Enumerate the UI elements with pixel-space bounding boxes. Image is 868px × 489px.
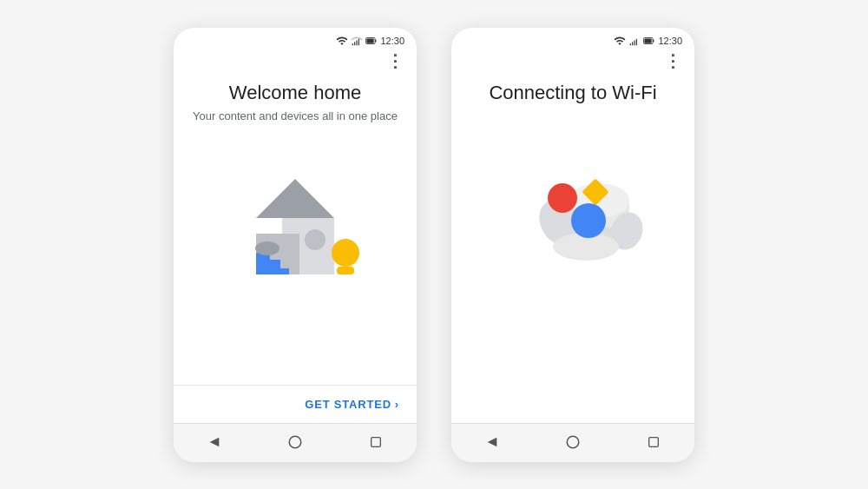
home-nav-icon[interactable] [286, 433, 305, 452]
battery-status-icon [365, 35, 378, 47]
nav-bar-1 [174, 423, 417, 462]
svg-rect-1 [355, 42, 356, 45]
svg-point-38 [567, 436, 579, 448]
status-bar-1: 12:30 [174, 28, 417, 50]
wifi-status-icon-2 [614, 35, 626, 47]
get-started-button[interactable]: GET STARTED › [305, 398, 399, 411]
svg-point-18 [289, 436, 301, 448]
svg-point-34 [548, 183, 577, 213]
phone-2: 12:30 ⋮ Connecting to Wi-Fi [451, 28, 694, 462]
signal-status-icon-2 [628, 35, 641, 47]
phone-1: 12:30 ⋮ Welcome home Your content and de… [174, 28, 417, 462]
svg-point-14 [255, 241, 279, 255]
home-illustration [208, 140, 382, 305]
wifi-svg [486, 109, 660, 274]
svg-marker-7 [256, 179, 334, 218]
svg-marker-17 [209, 437, 219, 446]
phone1-title: Welcome home [229, 82, 361, 104]
status-icons-2: 12:30 [614, 35, 682, 47]
svg-rect-5 [376, 39, 377, 41]
svg-rect-26 [645, 38, 652, 43]
phone1-subtitle: Your content and devices all in one plac… [193, 109, 398, 122]
menu-button-2[interactable]: ⋮ [451, 50, 694, 73]
svg-rect-21 [633, 42, 634, 45]
back-nav-icon[interactable] [205, 433, 224, 452]
svg-point-10 [305, 229, 326, 250]
svg-rect-39 [649, 437, 659, 446]
svg-rect-6 [367, 38, 374, 43]
svg-rect-3 [358, 38, 359, 45]
phone2-title: Connecting to Wi-Fi [489, 82, 656, 104]
svg-rect-22 [635, 40, 635, 45]
svg-rect-0 [352, 43, 353, 44]
svg-rect-23 [636, 38, 637, 45]
recents-nav-icon-2[interactable] [644, 433, 663, 452]
status-bar-2: 12:30 [451, 28, 694, 50]
home-nav-icon-2[interactable] [563, 433, 582, 452]
svg-marker-37 [487, 437, 496, 446]
svg-point-36 [571, 203, 606, 238]
status-icons-1: 12:30 [336, 35, 404, 47]
phone2-content: Connecting to Wi-Fi [451, 73, 694, 423]
svg-rect-25 [654, 39, 654, 41]
house-svg [208, 140, 382, 305]
phone1-content: Welcome home Your content and devices al… [174, 73, 417, 385]
svg-rect-16 [337, 267, 354, 274]
menu-button-1[interactable]: ⋮ [174, 50, 417, 73]
time-display-2: 12:30 [658, 36, 682, 46]
svg-rect-20 [630, 43, 631, 44]
svg-point-15 [332, 239, 359, 267]
back-nav-icon-2[interactable] [483, 433, 502, 452]
wifi-illustration [486, 109, 660, 274]
svg-rect-2 [357, 40, 358, 45]
wifi-status-icon [336, 35, 348, 47]
time-display-1: 12:30 [380, 36, 404, 46]
recents-nav-icon[interactable] [366, 433, 385, 452]
nav-bar-2 [451, 423, 694, 462]
svg-rect-19 [372, 437, 381, 446]
signal-status-icon [351, 35, 363, 47]
svg-rect-13 [256, 268, 289, 274]
phone1-footer: GET STARTED › [174, 385, 417, 423]
battery-status-icon-2 [643, 35, 655, 47]
